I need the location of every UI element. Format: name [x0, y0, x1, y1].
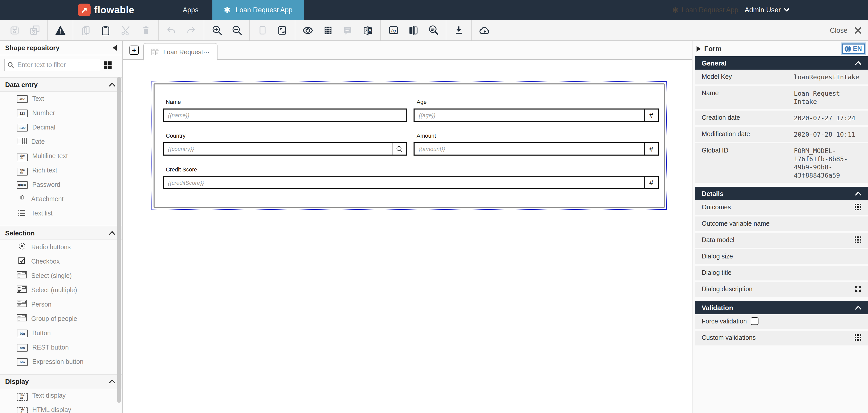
search-model-button[interactable]	[423, 20, 443, 40]
copy-button[interactable]	[76, 20, 96, 40]
property-row-dialog-title[interactable]: Dialog title	[695, 265, 868, 281]
grid-dots-icon[interactable]	[855, 236, 861, 243]
inspector-section-general[interactable]: General	[695, 56, 868, 70]
expression-button[interactable]: (x)	[383, 20, 403, 40]
force-validation-checkbox[interactable]	[751, 317, 759, 325]
shape-item-radio-buttons[interactable]: Radio buttons	[0, 240, 122, 254]
deploy-button[interactable]	[474, 20, 494, 40]
filter-input[interactable]	[4, 59, 99, 71]
shape-item-button[interactable]: btnButton	[0, 326, 122, 340]
shape-item-select-single-[interactable]: Select (single)	[0, 269, 122, 283]
comments-button[interactable]	[338, 20, 358, 40]
field-input[interactable]: {{creditScore}}#	[163, 176, 659, 189]
property-row-data-model[interactable]: Data model	[695, 233, 868, 248]
palette-layout-icon[interactable]	[104, 61, 112, 69]
toolbar-group: (x)	[381, 20, 446, 40]
zoom-actual-button[interactable]	[252, 20, 272, 40]
section-header-data-entry[interactable]: Data entry	[0, 77, 122, 92]
number-addon-icon[interactable]: #	[644, 143, 658, 155]
shape-item-multiline-text[interactable]: abcabMultiline text	[0, 149, 122, 163]
toolbar-group	[204, 20, 250, 40]
number-addon-icon[interactable]: #	[644, 109, 658, 121]
field-input[interactable]: {{age}}#	[413, 108, 659, 122]
zoom-out-button[interactable]	[227, 20, 247, 40]
inspector-section-details[interactable]: Details	[695, 187, 868, 200]
expand-icon[interactable]	[855, 286, 861, 292]
property-row-modification-date[interactable]: Modification date2020-07-28 10:11	[695, 127, 868, 142]
form-field-country[interactable]: Country{{country}}	[163, 132, 407, 156]
flowable-logo[interactable]: ↗ flowable	[78, 0, 134, 20]
shape-item-html-display[interactable]: abaHTML display	[0, 403, 122, 413]
shape-item-text-display[interactable]: abcabText display	[0, 388, 122, 403]
property-row-dialog-size[interactable]: Dialog size	[695, 249, 868, 264]
form-field-name[interactable]: Name{{name}}	[163, 99, 407, 122]
property-row-model-key[interactable]: Model KeyloanRequestIntake	[695, 70, 868, 85]
delete-button[interactable]	[135, 20, 156, 40]
expand-right-icon[interactable]	[696, 46, 701, 52]
language-selector[interactable]: EN	[842, 43, 865, 54]
flip-button[interactable]	[403, 20, 423, 40]
shape-item-password[interactable]: ✱✱✱Password	[0, 178, 122, 192]
active-app-tab[interactable]: ✱ Loan Request App	[212, 0, 304, 20]
shape-item-number[interactable]: 123Number	[0, 106, 122, 120]
grid-button[interactable]	[318, 20, 338, 40]
close-icon[interactable]	[854, 26, 862, 34]
property-row-dialog-description[interactable]: Dialog description	[695, 282, 868, 297]
paste-button[interactable]	[96, 20, 116, 40]
shape-item-group-of-people[interactable]: Group of people	[0, 312, 122, 326]
undo-button[interactable]	[161, 20, 181, 40]
form-field-age[interactable]: Age{{age}}#	[413, 99, 659, 122]
property-row-name[interactable]: NameLoan Request Intake	[695, 86, 868, 109]
add-tab-button[interactable]: +	[129, 45, 139, 55]
shape-item-text[interactable]: abcText	[0, 92, 122, 106]
shape-item-date[interactable]: Date	[0, 135, 122, 149]
number-addon-icon[interactable]: #	[644, 177, 658, 188]
sidebar-scrollbar[interactable]	[117, 77, 121, 403]
field-input[interactable]: {{name}}	[163, 108, 407, 122]
property-row-custom-validations[interactable]: Custom validations	[695, 330, 868, 345]
selected-form-container[interactable]: Name{{name}}Age{{age}}#Country{{country}…	[152, 82, 667, 210]
cut-button[interactable]	[116, 20, 135, 40]
save-as-button[interactable]	[25, 20, 44, 40]
shape-item-label: Select (single)	[31, 272, 72, 279]
search-addon-icon[interactable]	[393, 143, 406, 155]
property-row-outcomes[interactable]: Outcomes	[695, 200, 868, 215]
field-input[interactable]: {{amount}}#	[413, 142, 659, 156]
zoom-in-button[interactable]	[207, 20, 227, 40]
inspector-section-validation[interactable]: Validation	[695, 301, 868, 314]
tab-loan-request[interactable]: Loan Request···	[143, 43, 218, 60]
collapse-left-icon[interactable]	[113, 45, 117, 51]
shape-item-decimal[interactable]: 1.00Decimal	[0, 120, 122, 135]
section-header-display[interactable]: Display	[0, 374, 122, 388]
zoom-fit-button[interactable]	[272, 20, 292, 40]
shape-item-select-multiple-[interactable]: Select (multiple)	[0, 283, 122, 297]
property-row-force-validation[interactable]: Force validation	[695, 314, 868, 329]
shape-item-checkbox[interactable]: Checkbox	[0, 254, 122, 269]
translate-button[interactable]: A	[358, 20, 378, 40]
active-app-label: Loan Request App	[236, 6, 292, 14]
user-menu[interactable]: Admin User	[745, 0, 789, 20]
redo-button[interactable]	[181, 20, 201, 40]
shape-item-rich-text[interactable]: abcabRich text	[0, 163, 122, 178]
property-row-creation-date[interactable]: Creation date2020-07-27 17:24	[695, 110, 868, 125]
save-button[interactable]	[5, 20, 25, 40]
field-input[interactable]: {{country}}	[163, 142, 407, 156]
form-field-amount[interactable]: Amount{{amount}}#	[413, 132, 659, 156]
property-row-global-id[interactable]: Global IDFORM_MODEL-176f61fb-8b85-49b9-9…	[695, 143, 868, 183]
property-value: Loan Request Intake	[794, 90, 861, 106]
download-button[interactable]	[449, 20, 469, 40]
shape-item-rest-button[interactable]: btnREST button	[0, 340, 122, 355]
grid-dots-icon[interactable]	[855, 334, 861, 341]
close-label[interactable]: Close	[830, 26, 847, 34]
shape-item-text-list[interactable]: Text list	[0, 206, 122, 221]
property-row-outcome-variable-name[interactable]: Outcome variable name	[695, 217, 868, 231]
validate-button[interactable]	[50, 20, 70, 40]
apps-menu-item[interactable]: Apps	[183, 0, 198, 20]
shape-item-attachment[interactable]: Attachment	[0, 192, 122, 206]
form-field-credit-score[interactable]: Credit Score{{creditScore}}#	[163, 166, 659, 189]
shape-item-person[interactable]: Person	[0, 297, 122, 312]
grid-dots-icon[interactable]	[855, 204, 861, 210]
preview-button[interactable]	[298, 20, 318, 40]
shape-item-expression-button[interactable]: btnExpression button	[0, 355, 122, 369]
section-header-selection[interactable]: Selection	[0, 226, 122, 240]
